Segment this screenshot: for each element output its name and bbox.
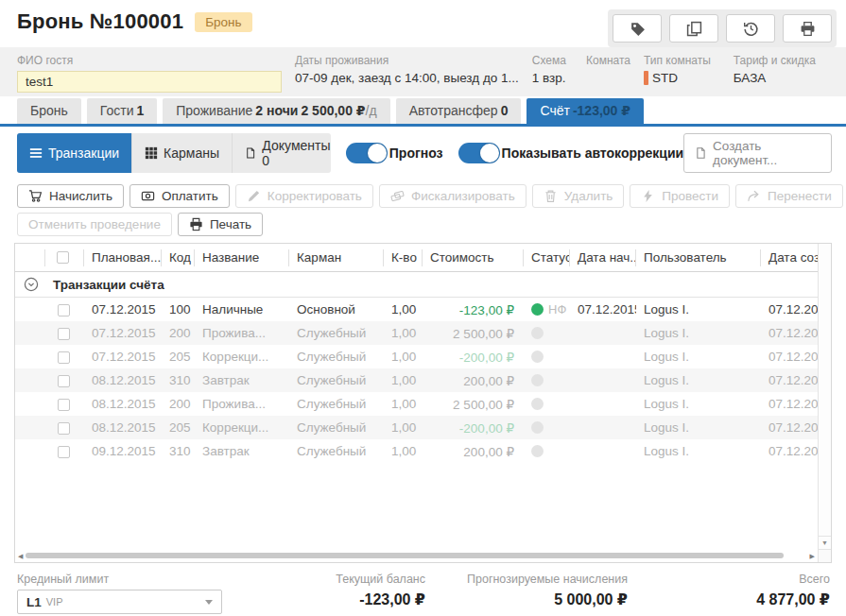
cell-created-date: 07.12.2015: [761, 444, 818, 458]
row-checkbox[interactable]: [58, 422, 70, 435]
col-amount[interactable]: Стоимость: [423, 249, 524, 266]
row-checkbox[interactable]: [58, 328, 70, 340]
col-code[interactable]: Код: [162, 249, 195, 266]
table-row[interactable]: 08.12.2015 310 Завтрак Служебный 1,00 20…: [15, 368, 818, 392]
col-qty[interactable]: К-во: [384, 249, 423, 266]
tab-invoice[interactable]: Счёт-123,00 ₽: [527, 98, 644, 124]
horizontal-scrollbar[interactable]: ◀ ▶: [15, 549, 818, 562]
scroll-left-icon[interactable]: ◀: [18, 553, 23, 559]
row-checkbox[interactable]: [58, 375, 70, 387]
row-checkbox[interactable]: [58, 304, 70, 317]
table-row[interactable]: 07.12.2015 200 Прожива... Служебный 1,00…: [15, 321, 818, 345]
row-checkbox[interactable]: [58, 399, 70, 411]
select-all-checkbox[interactable]: [57, 251, 69, 264]
checkbox-cell: [45, 302, 84, 317]
fiscalize-button[interactable]: Фискализировать: [379, 184, 527, 208]
vertical-scrollbar[interactable]: ▼: [818, 244, 831, 549]
cell-qty: 1,00: [384, 444, 423, 458]
subtab-transactions[interactable]: Транзакции: [17, 133, 131, 173]
tab-booking[interactable]: Бронь: [17, 98, 81, 124]
table-row[interactable]: 08.12.2015 200 Прожива... Служебный 1,00…: [15, 392, 818, 416]
tab-stay[interactable]: Проживание2 ночи2 500,00 ₽/д: [163, 98, 389, 124]
credit-limit-select[interactable]: L1 VIP: [17, 590, 222, 614]
checkbox-cell: [45, 444, 84, 458]
cell-user: Logus I.: [636, 302, 761, 317]
cell-planned-date: 07.12.2015: [84, 326, 162, 340]
scroll-right-icon[interactable]: ▶: [810, 553, 815, 559]
cell-created-date: 07.12.2015: [761, 397, 818, 411]
subtab-documents[interactable]: Документы 0: [232, 133, 331, 173]
history-button[interactable]: [726, 14, 775, 43]
post-button[interactable]: Провести: [630, 184, 730, 208]
col-status[interactable]: Статус: [524, 249, 570, 266]
forecast-charges-label: Прогнозируемые начисления: [425, 573, 628, 586]
col-user[interactable]: Пользователь: [636, 249, 761, 266]
table-header-row: Плановая... Код Название Карман К-во Сто…: [15, 244, 818, 272]
status-dot-icon: [531, 303, 544, 316]
select-all-header: [45, 249, 84, 266]
cell-user: Logus I.: [636, 420, 761, 435]
delete-button[interactable]: Удалить: [532, 184, 625, 208]
cell-name: Завтрак: [195, 444, 289, 458]
cell-pocket: Служебный: [289, 420, 384, 435]
col-name[interactable]: Название: [195, 249, 289, 266]
banknote-icon: [141, 189, 155, 203]
col-planned[interactable]: Плановая...: [84, 249, 162, 266]
create-document-button[interactable]: Создать документ...: [683, 133, 832, 173]
tag-button[interactable]: [613, 14, 662, 43]
move-button[interactable]: Перенести: [735, 184, 843, 208]
cell-pocket: Служебный: [289, 397, 384, 411]
cell-qty: 1,00: [384, 350, 423, 364]
status-text: НФ: [548, 302, 566, 317]
pencil-icon: [247, 189, 261, 203]
stay-dates-value: 07-09 дек, заезд с 14:00, выезд до 1...: [295, 71, 519, 85]
row-checkbox[interactable]: [58, 446, 70, 458]
table-row[interactable]: 07.12.2015 205 Коррекци... Служебный 1,0…: [15, 345, 818, 368]
scheme-value: 1 взр.: [532, 71, 573, 85]
table-row[interactable]: 08.12.2015 205 Коррекци... Служебный 1,0…: [15, 416, 818, 439]
row-checkbox[interactable]: [58, 351, 70, 364]
scroll-down-icon[interactable]: ▼: [819, 536, 831, 549]
col-start[interactable]: Дата нач...: [570, 249, 636, 266]
cell-created-date: 07.12.2015: [761, 350, 818, 364]
tab-transfer[interactable]: Автотрансфер0: [396, 98, 522, 124]
amount-cell: -200,00 ₽: [423, 350, 524, 365]
cell-qty: 1,00: [384, 326, 423, 340]
horizontal-scroll-thumb[interactable]: [26, 553, 783, 558]
cell-name: Прожива...: [195, 326, 289, 340]
tab-bar: Бронь Гости1 Проживание2 ночи2 500,00 ₽/…: [0, 98, 846, 127]
col-created[interactable]: Дата соз...: [761, 249, 818, 266]
printer-icon: [189, 217, 203, 231]
cell-name: Наличные: [195, 302, 289, 317]
cell-qty: 1,00: [384, 302, 423, 317]
print-button[interactable]: [783, 14, 832, 43]
subtab-pockets[interactable]: Карманы: [131, 133, 232, 173]
page-header: Бронь №100001 Бронь: [0, 0, 846, 47]
forecast-toggle-label: Прогноз: [389, 145, 443, 161]
pay-button[interactable]: Оплатить: [129, 184, 230, 208]
correct-button[interactable]: Корректировать: [235, 184, 373, 208]
table-row[interactable]: 09.12.2015 310 Завтрак Служебный 1,00 20…: [15, 439, 818, 463]
amount-cell: 2 500,00 ₽: [423, 397, 524, 412]
copy-button[interactable]: [669, 14, 718, 43]
group-row[interactable]: Транзакции счёта: [15, 272, 818, 298]
status-dot-icon: [531, 351, 544, 363]
print-list-button[interactable]: Печать: [178, 213, 263, 236]
guest-name-input[interactable]: [17, 71, 282, 93]
view-switcher: Транзакции Карманы Документы 0: [17, 133, 331, 173]
tab-guests[interactable]: Гости1: [87, 98, 157, 124]
accrue-button[interactable]: Начислить: [17, 184, 124, 208]
autocorrections-toggle[interactable]: [458, 143, 500, 163]
table-row[interactable]: 07.12.2015 100 Наличные Основной 1,00 -1…: [15, 298, 818, 321]
status-badge: Бронь: [195, 12, 251, 32]
cell-created-date: 07.12.2015: [761, 373, 818, 387]
forecast-charges-value: 5 000,00 ₽: [425, 590, 628, 608]
col-pocket[interactable]: Карман: [289, 249, 384, 266]
status-cell: [524, 421, 570, 434]
status-cell: [524, 351, 570, 363]
cancel-posting-button[interactable]: Отменить проведение: [17, 213, 172, 236]
forecast-toggle[interactable]: [346, 143, 388, 163]
cell-pocket: Служебный: [289, 373, 384, 387]
cell-code: 100: [162, 302, 195, 317]
room-label: Комната: [586, 54, 630, 67]
